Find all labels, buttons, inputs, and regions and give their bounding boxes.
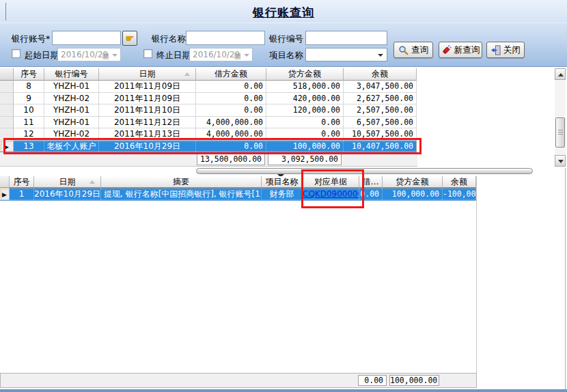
project-label: 项目名称 (269, 50, 303, 61)
summary-table-row[interactable]: 8YHZH-012011年11月09日0.00518,000.003,047,5… (0, 81, 417, 93)
header-balance[interactable]: 余额 (443, 176, 476, 188)
page-title: 银行账查询 (0, 5, 567, 20)
cell-date: 2011年11月10日 (99, 104, 196, 117)
account-picker-button[interactable]: ☛ (122, 31, 137, 46)
summary-table-body: 8YHZH-012011年11月09日0.00518,000.003,047,5… (0, 81, 417, 152)
query-button[interactable]: 查询 (393, 42, 433, 58)
header-date-label: 日期 (139, 69, 156, 79)
cell-credit: 0.00 (266, 128, 344, 141)
header-date[interactable]: 日期 (99, 68, 196, 81)
header-seq[interactable]: 序号 (10, 176, 34, 188)
cell-debit: 0.00 (196, 141, 266, 153)
cell-balance: -100,000 (443, 188, 476, 201)
detail-table-body: ▶12016年10月29日提现, 银行名称[中国招商银行], 银行账号[12财务… (0, 188, 477, 201)
end-date-field[interactable]: 2016/10/29 ▦ (189, 48, 253, 61)
header-date[interactable]: 日期 (34, 176, 101, 188)
header-credit[interactable]: 贷方金额 (266, 68, 344, 81)
row-pointer-icon: ▶ (2, 191, 7, 198)
cell-debit: 0.00 (359, 188, 383, 201)
bank-code-input[interactable] (305, 31, 387, 45)
cell-balance: 2,507,500.00 (344, 104, 417, 117)
account-input[interactable] (52, 31, 121, 45)
row-selector-cell (0, 104, 14, 117)
account-label: 银行账号* (12, 33, 50, 45)
cell-seq: 1 (10, 188, 34, 201)
detail-debit-total: 0.00 (358, 375, 387, 386)
cell-bank-code: YHZH-01 (44, 104, 99, 117)
header-balance[interactable]: 余额 (344, 68, 417, 81)
header-doc[interactable]: 对应单据 (303, 176, 359, 188)
detail-table-header: 序号 日期 摘要 项目名称 对应单据 借… 贷方金额 余额 (0, 176, 477, 188)
horizontal-scrollbar-thumb[interactable] (196, 168, 533, 174)
cell-date: 2011年11月09日 (99, 81, 196, 93)
selector-header-cell (0, 68, 14, 81)
header-debit-trunc[interactable]: 借… (359, 176, 383, 188)
cell-date: 2011年11月09日 (99, 93, 196, 105)
cell-project: 财务部 (262, 188, 303, 201)
sort-asc-icon (184, 72, 190, 76)
header-project[interactable]: 项目名称 (262, 176, 303, 188)
row-selector-cell (0, 93, 14, 105)
header-summary[interactable]: 摘要 (101, 176, 262, 188)
cell-balance: 6,507,500.00 (344, 117, 417, 129)
start-date-field[interactable]: 2016/10/29 ▦ (57, 48, 121, 61)
pointing-hand-icon: ☛ (126, 33, 135, 44)
close-button-label: 关闭 (503, 44, 521, 56)
close-button[interactable]: 关闭 (486, 42, 525, 58)
cell-date: 2016年10月29日 (99, 141, 196, 153)
cell-date: 2011年11月13日 (99, 128, 196, 141)
cell-date: 2011年11月12日 (99, 117, 196, 129)
header-debit[interactable]: 借方金额 (196, 68, 266, 81)
project-select[interactable] (305, 48, 387, 61)
cell-summary: 提现, 银行名称[中国招商银行], 银行账号[12 (101, 188, 262, 201)
summary-table-row[interactable]: 12YHZH-022011年11月13日4,000,000.000.0010,5… (0, 128, 417, 141)
end-date-value: 2016/10/29 (193, 50, 240, 59)
end-date-checkbox[interactable] (143, 49, 152, 58)
new-query-button-label: 新查询 (454, 44, 480, 56)
new-query-button[interactable]: 新查询 (439, 42, 482, 58)
selector-header-cell (0, 176, 10, 188)
triangle-up-icon (558, 73, 564, 76)
thumb-grip-icon (558, 130, 563, 136)
summary-credit-total: 3,092,500.00 (268, 154, 342, 165)
cell-balance: 10,507,500.00 (344, 128, 417, 141)
summary-table-row[interactable]: 11YHZH-012011年11月12日4,000,000.000.006,50… (0, 117, 417, 129)
summary-vertical-scrollbar[interactable] (555, 68, 566, 167)
summary-table-row[interactable]: ▶13老板个人账户2016年10月29日0.00100,000.0010,407… (0, 141, 417, 153)
row-selector-cell (0, 117, 14, 129)
cell-credit: 420,000.00 (266, 93, 344, 105)
detail-credit-total: 100,000.00 (389, 375, 439, 386)
cell-bank-code: YHZH-02 (44, 128, 99, 141)
cell-seq: 10 (14, 104, 44, 117)
cell-credit: 100,000.00 (266, 141, 344, 153)
chevron-down-icon (378, 54, 383, 57)
start-date-checkbox[interactable] (12, 49, 20, 58)
summary-debit-total: 13,500,000.00 (197, 154, 265, 165)
summary-table-header: 序号 银行编号 日期 借方金额 贷方金额 余额 (0, 68, 417, 81)
doc-number-link[interactable]: CQKD090000C (303, 189, 359, 199)
scroll-up-button[interactable] (555, 68, 566, 80)
exit-door-icon (490, 45, 501, 55)
header-bank-code[interactable]: 银行编号 (44, 68, 99, 81)
scroll-down-button[interactable] (555, 155, 566, 167)
header-seq[interactable]: 序号 (14, 68, 44, 81)
summary-table-row[interactable]: 9YHZH-022011年11月09日0.00420,000.002,627,5… (0, 93, 417, 105)
summary-table-row[interactable]: 10YHZH-012011年11月10日0.00120,000.002,507,… (0, 104, 417, 117)
start-date-label: 起始日期 (25, 50, 59, 61)
magnifier-icon (398, 45, 409, 55)
cell-seq: 12 (14, 128, 44, 141)
cell-debit: 0.00 (196, 104, 266, 117)
cell-bank-code: YHZH-01 (44, 117, 99, 129)
cell-debit: 0.00 (196, 93, 266, 105)
detail-table-row[interactable]: ▶12016年10月29日提现, 银行名称[中国招商银行], 银行账号[12财务… (0, 188, 477, 201)
window-bottom-edge (0, 389, 567, 392)
bank-name-input[interactable] (186, 31, 265, 45)
cell-seq: 8 (14, 81, 44, 93)
scrollbar-thumb[interactable] (555, 117, 565, 148)
triangle-down-icon (558, 160, 564, 163)
calendar-icon: ▦ (102, 50, 109, 62)
row-selector-cell (0, 128, 14, 141)
cell-seq: 13 (14, 141, 44, 153)
header-credit[interactable]: 贷方金额 (383, 176, 443, 188)
cell-debit: 0.00 (196, 81, 266, 93)
